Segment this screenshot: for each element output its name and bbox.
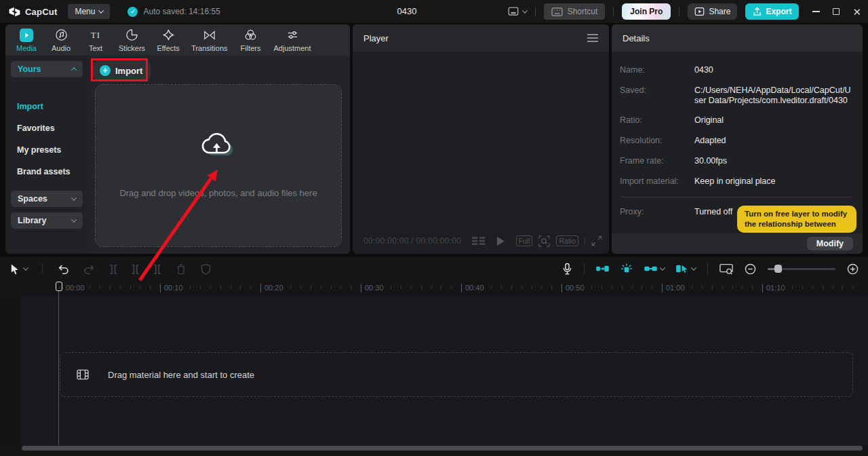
autosave-check-icon: ✓ [127,7,138,17]
sidebar-section-yours[interactable]: Yours [11,61,83,77]
chevron-down-icon [98,7,104,13]
auto-snap-button[interactable] [620,263,633,274]
sidebar-item-import[interactable]: Import [5,96,88,117]
sidebar-item-label: Favorites [17,124,55,133]
export-icon [753,7,762,16]
export-button[interactable]: Export [745,3,799,20]
media-sidebar: Yours Import Favorites My presets Brand … [5,56,88,254]
select-tool-button[interactable] [9,263,28,275]
timeline-dropzone[interactable]: Drag material here and start to create [60,352,853,397]
tab-effects-label: Effects [157,44,179,52]
chevron-down-icon [71,216,77,222]
chevron-down-icon [521,7,527,13]
minimize-button[interactable] [812,11,820,12]
maximize-button[interactable] [833,8,840,15]
tab-text[interactable]: TI Text [84,28,107,52]
linkage-button[interactable] [644,265,665,273]
ratio-button[interactable]: Ratio [556,235,578,246]
sidebar-section-spaces[interactable]: Spaces [11,191,83,207]
full-button[interactable]: Full [516,235,533,246]
zoom-out-button[interactable] [745,263,756,275]
tab-transitions-label: Transitions [191,44,227,52]
share-button-label: Share [709,7,730,16]
row-value: 30.00fps [694,156,853,166]
tab-adjustment-label: Adjustment [274,44,311,52]
tab-effects[interactable]: Effects [157,28,180,52]
record-voiceover-button[interactable] [562,263,572,276]
tab-text-label: Text [89,44,102,52]
sliders-icon [286,28,299,42]
timeline-ruler[interactable]: 00:00 00:10 00:20 00:30 00:40 00:50 01:0… [0,281,868,296]
delete-button[interactable] [176,263,186,275]
tab-transitions[interactable]: Transitions [191,28,227,52]
focus-zoom-icon[interactable] [538,235,550,247]
chevron-up-icon [71,67,77,73]
preview-axis-button[interactable] [719,263,733,275]
close-button[interactable]: ✕ [852,7,861,17]
ruler-label: 00:00 [62,284,85,292]
redo-button[interactable] [83,263,96,275]
film-icon [77,369,89,380]
main-track-magnet-button[interactable] [596,265,609,273]
tab-filters-label: Filters [241,44,261,52]
track-gutter [0,296,20,446]
spaces-label: Spaces [18,194,47,204]
player-menu-icon[interactable] [587,34,598,42]
mask-shield-button[interactable] [201,263,211,275]
share-button[interactable]: Share [688,3,737,20]
details-row-import-material: Import material: Keep in original place [620,176,853,187]
proxy-tooltip: Turn on free layer to modify the relatio… [737,206,856,233]
sidebar-item-brand-assets[interactable]: Brand assets [5,161,88,183]
tab-audio-label: Audio [52,44,71,52]
row-label: Frame rate: [620,156,694,166]
horizontal-scrollbar[interactable] [22,446,863,451]
sticker-icon [125,28,138,42]
tab-filters[interactable]: Filters [239,28,262,52]
titlebar: CapCut Menu ✓ Auto saved: 14:16:55 0430 … [0,0,868,23]
player-title: Player [363,33,389,43]
split-tool-button[interactable]: ][ [110,263,117,274]
divider [707,263,708,274]
play-button[interactable] [496,236,505,246]
trim-right-button[interactable]: ][ [154,263,161,274]
divider [679,7,679,16]
import-highlight-annotation [91,58,148,81]
frame-columns-icon[interactable] [471,237,486,246]
divider [584,263,585,274]
timeline-zoom-slider[interactable] [768,268,835,270]
tab-adjustment[interactable]: Adjustment [274,28,311,52]
tab-stickers[interactable]: Stickers [119,28,145,52]
media-icon [20,28,33,42]
modify-button[interactable]: Modify [807,237,853,250]
sparkle-icon [162,28,175,42]
preview-select-button[interactable] [676,264,696,273]
layout-button[interactable] [507,5,527,18]
zoom-in-button[interactable] [847,263,859,275]
ruler-label: 00:40 [461,284,484,292]
media-import-dropzone[interactable]: Drag and drop videos, photos, and audio … [95,84,342,247]
project-title: 0430 [376,0,437,23]
yours-label: Yours [18,64,41,74]
row-value: Adapted [694,136,853,146]
timeline-toolbar: ][ ][ ][ [0,256,868,281]
divider [585,237,585,245]
tab-media[interactable]: Media [15,28,38,52]
ruler-label: 01:00 [662,284,685,292]
trim-left-button[interactable]: ][ [132,263,139,274]
sidebar-item-my-presets[interactable]: My presets [5,139,88,161]
playhead-handle[interactable] [56,282,62,291]
bowtie-icon [203,28,216,42]
audio-icon [55,28,68,42]
slider-handle[interactable] [774,265,782,273]
menu-button[interactable]: Menu [68,4,110,19]
undo-button[interactable] [57,263,69,275]
ruler-label: 00:20 [260,284,283,292]
shortcut-button[interactable]: Shortcut [544,3,606,20]
sidebar-section-library[interactable]: Library [11,212,83,229]
library-label: Library [18,216,46,225]
sidebar-item-label: Brand assets [17,167,71,176]
fullscreen-icon[interactable] [591,235,602,246]
join-pro-button[interactable]: Join Pro [622,3,671,20]
tab-audio[interactable]: Audio [50,28,73,52]
sidebar-item-favorites[interactable]: Favorites [5,117,88,139]
